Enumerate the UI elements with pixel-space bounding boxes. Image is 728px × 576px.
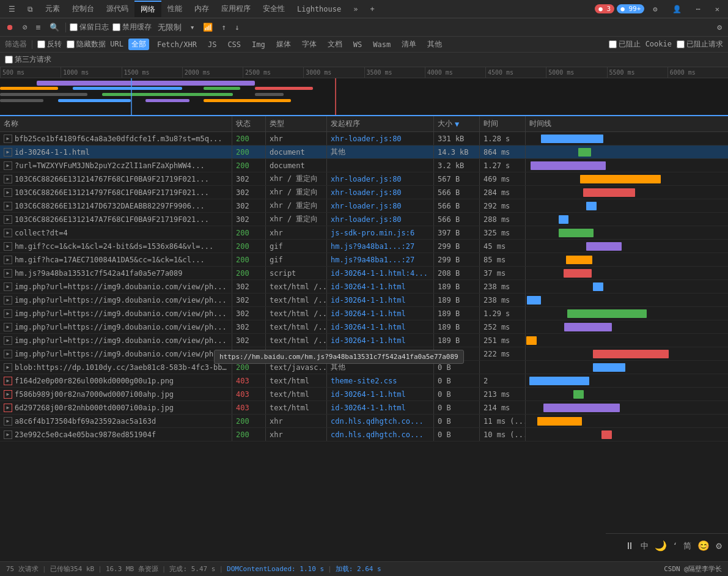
table-row[interactable]: ▶ 103C6C88266E131214767F68C1F0BA9F21719F…	[0, 172, 728, 186]
col-header-initiator[interactable]: 发起程序	[327, 116, 434, 131]
table-row[interactable]: ▶ id-30264-1-1.html 200 document 其他 14.3…	[0, 146, 728, 159]
table-row[interactable]: ▶ 6d297268j00r82nhb000td0007i00aip.jpg 4…	[0, 401, 728, 415]
tab-inspect[interactable]: ⧉	[21, 2, 39, 16]
overlay-settings-icon[interactable]: ⚙	[716, 540, 722, 552]
table-row[interactable]: ▶ hm.gif?hca=17AEC710084A1DA5&cc=1&ck=1&…	[0, 253, 728, 267]
initiator-link-5[interactable]: xhr-loader.js:80	[331, 202, 402, 210]
filter-css[interactable]: CSS	[224, 40, 244, 50]
table-row[interactable]: ▶ f164d2e0p00r826ul000kd0000g00u1p.png 4…	[0, 374, 728, 388]
initiator-link-9[interactable]: hm.js?9a48ba1...:27	[331, 256, 414, 264]
invert-checkbox[interactable]: 反转	[37, 39, 62, 50]
initiator-link-12[interactable]: id-30264-1-1.html	[331, 296, 406, 305]
third-party-input[interactable]	[5, 56, 13, 64]
tab-menu[interactable]: ☰	[2, 2, 21, 16]
initiator-link-15[interactable]: id-30264-1-1.html	[331, 336, 406, 345]
disable-cache-input[interactable]	[112, 23, 120, 31]
initiator-link-6[interactable]: xhr-loader.js:80	[331, 215, 402, 224]
no-throttle-select[interactable]: 无限制	[155, 21, 184, 34]
table-row[interactable]: ▶ ?url=TWZXYVFuM3JNb2puY2czZlI1anFZaXphW…	[0, 159, 728, 172]
table-row[interactable]: ▶ img.php?url=https://img9.doubanio.com/…	[0, 320, 728, 334]
tab-application[interactable]: 应用程序	[215, 1, 257, 17]
tab-console[interactable]: 控制台	[66, 1, 100, 17]
warning-badge[interactable]: ● 99+	[617, 4, 644, 13]
filter-media[interactable]: 媒体	[273, 39, 294, 50]
throttle-dropdown-icon[interactable]: ▾	[188, 21, 197, 33]
block-cookie-checkbox[interactable]: 已阻止 Cookie	[609, 39, 672, 50]
upload-icon[interactable]: ↑	[219, 21, 229, 33]
filter-img[interactable]: Img	[249, 40, 268, 50]
download-icon[interactable]: ↓	[232, 21, 242, 33]
third-party-checkbox[interactable]: 第三方请求	[5, 54, 51, 65]
preserve-log-input[interactable]	[70, 23, 78, 31]
initiator-link-13[interactable]: id-30264-1-1.html	[331, 309, 406, 318]
clear-button[interactable]: ≡	[34, 21, 43, 33]
tab-memory[interactable]: 内存	[188, 1, 215, 17]
tab-security[interactable]: 安全性	[257, 1, 291, 17]
table-row[interactable]: ▶ img.php?url=https://img9.doubanio.com/…	[0, 294, 728, 307]
error-badge[interactable]: ● 3	[595, 4, 614, 13]
overlay-font-icon[interactable]: ʻ	[673, 541, 678, 550]
filter-clear[interactable]: 清单	[399, 39, 419, 50]
col-header-time[interactable]: 时间	[480, 116, 526, 131]
table-row[interactable]: ▶ 23e992c5e0ca4e05bac9878ed851904f 200 x…	[0, 428, 728, 441]
wifi-icon[interactable]: 📶	[200, 21, 215, 33]
block-request-input[interactable]	[677, 40, 685, 48]
settings-icon[interactable]: ⚙	[647, 2, 663, 16]
initiator-link-11[interactable]: id-30264-1-1.html	[331, 282, 406, 291]
sort-icon[interactable]: ▼	[455, 120, 459, 128]
timeline-chart[interactable]: 500 ms 1000 ms 1500 ms 2000 ms 2500 ms 3…	[0, 67, 728, 116]
table-row[interactable]: ▶ bfb25ce1bf4189f6c4a8a3e0dfdcfe1f.m3u8?…	[0, 132, 728, 146]
filter-wasm[interactable]: Wasm	[370, 40, 394, 50]
tab-sources[interactable]: 源代码	[100, 1, 134, 17]
initiator-link-8[interactable]: hm.js?9a48ba1...:27	[331, 242, 414, 251]
preserve-log-checkbox[interactable]: 保留日志	[70, 22, 109, 32]
table-row[interactable]: ▶ 103C6C88266E1312147D6732DAEABB82297F99…	[0, 199, 728, 213]
filter-all[interactable]: 全部	[128, 39, 149, 50]
stop-button[interactable]: ⊘	[20, 21, 30, 33]
initiator-link-3[interactable]: xhr-loader.js:80	[331, 175, 402, 183]
initiator-link-20[interactable]: id-30264-1-1.html	[331, 404, 406, 412]
tab-new[interactable]: +	[364, 2, 380, 16]
tab-performance[interactable]: 性能	[161, 1, 188, 17]
table-row[interactable]: ▶ img.php?url=https://img9.doubanio.com/…	[0, 307, 728, 320]
initiator-link-21[interactable]: cdn.hls.qdhgtch.co...	[331, 417, 424, 426]
filter-font[interactable]: 字体	[299, 39, 320, 50]
table-row[interactable]: ▶ hm.js?9a48ba13531c7f542a41fa0a5e77a089…	[0, 267, 728, 280]
more-icon[interactable]: ⋯	[690, 2, 707, 16]
table-row[interactable]: ▶ collect?dt=4 200 xhr js-sdk-pro.min.js…	[0, 226, 728, 240]
tab-elements[interactable]: 元素	[39, 1, 66, 17]
table-row[interactable]: ▶ f586b989j00r82na7000wd0007i00ahp.jpg 4…	[0, 388, 728, 401]
initiator-link-22[interactable]: cdn.hls.qdhgtch.co...	[331, 430, 424, 439]
filter-other[interactable]: 其他	[424, 39, 445, 50]
search-button[interactable]: 🔍	[47, 21, 62, 33]
invert-input[interactable]	[37, 40, 45, 48]
toolbar-settings-icon[interactable]: ⚙	[715, 21, 724, 33]
table-body[interactable]: ▶ bfb25ce1bf4189f6c4a8a3e0dfdcfe1f.m3u8?…	[0, 132, 728, 545]
close-devtools-icon[interactable]: ✕	[709, 2, 726, 16]
initiator-link-4[interactable]: xhr-loader.js:80	[331, 188, 402, 197]
filter-fetch-xhr[interactable]: Fetch/XHR	[154, 40, 200, 50]
filter-ws[interactable]: WS	[350, 40, 365, 50]
table-row[interactable]: ▶ 103C6C88266E131214797F68C1F0BA9F21719F…	[0, 186, 728, 199]
initiator-link-14[interactable]: id-30264-1-1.html	[331, 323, 406, 331]
filter-js[interactable]: JS	[205, 40, 219, 50]
table-row[interactable]: ▶ a8c6f4b173504bf69a23592aac5a163d 200 x…	[0, 415, 728, 428]
overlay-pause-icon[interactable]: ⏸	[625, 540, 634, 552]
col-header-waterfall[interactable]: 时间线	[526, 116, 728, 131]
record-button[interactable]: ⏺	[4, 21, 17, 33]
table-row[interactable]: ▶ img.php?url=https://img9.doubanio.com/…	[0, 334, 728, 347]
block-request-checkbox[interactable]: 已阻止请求	[677, 39, 723, 50]
initiator-link-7[interactable]: js-sdk-pro.min.js:6	[331, 229, 414, 237]
hide-data-urls-checkbox[interactable]: 隐藏数据 URL	[67, 39, 123, 50]
tab-lighthouse[interactable]: Lighthouse	[291, 2, 347, 16]
tab-more[interactable]: »	[347, 2, 364, 16]
block-cookie-input[interactable]	[609, 40, 617, 48]
initiator-link-0[interactable]: xhr-loader.js:80	[331, 135, 402, 143]
table-row[interactable]: ▶ img.php?url=https://img9.doubanio.com/…	[0, 280, 728, 294]
user-icon[interactable]: 👤	[666, 2, 688, 16]
col-header-name[interactable]: 名称	[0, 116, 232, 131]
overlay-moon-icon[interactable]: 🌙	[655, 540, 667, 552]
hide-data-urls-input[interactable]	[67, 40, 75, 48]
disable-cache-checkbox[interactable]: 禁用缓存	[112, 22, 152, 32]
initiator-link-10[interactable]: id-30264-1-1.html:4...	[331, 269, 428, 278]
